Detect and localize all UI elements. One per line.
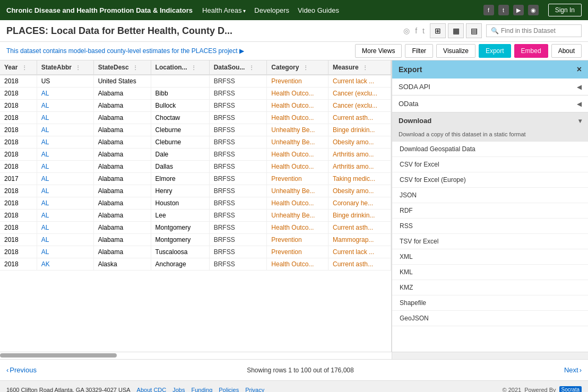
export-option-item[interactable]: CSV for Excel	[392, 157, 588, 172]
export-option-item[interactable]: XML	[392, 249, 588, 265]
footer-privacy[interactable]: Privacy	[245, 387, 264, 393]
data-table-container[interactable]: Year ⋮ StateAbbr ⋮ StateDesc ⋮ Location.…	[0, 60, 392, 352]
col-year[interactable]: Year ⋮	[0, 60, 37, 75]
tab-filter[interactable]: Filter	[405, 44, 433, 58]
horizontal-scrollbar[interactable]	[0, 352, 588, 359]
table-cell: United States	[93, 75, 151, 88]
showing-rows-text: Showing rows 1 to 100 out of 176,008	[37, 367, 564, 374]
export-option-item[interactable]: GeoJSON	[392, 311, 588, 326]
footer-jobs[interactable]: Jobs	[172, 387, 185, 393]
table-cell: BRFSS	[209, 197, 267, 210]
table-cell: Alabama	[93, 149, 151, 161]
table-cell: BRFSS	[209, 112, 267, 124]
table-cell: Unhealthy Be...	[267, 185, 328, 197]
col-statedesc[interactable]: StateDesc ⋮	[93, 60, 151, 75]
next-button[interactable]: Next ›	[564, 366, 582, 374]
table-cell: Prevention	[267, 246, 328, 258]
tab-more-views[interactable]: More Views	[355, 44, 402, 58]
table-cell: Anchorage	[151, 258, 209, 271]
footer-policies[interactable]: Policies	[219, 387, 239, 393]
youtube-icon[interactable]: ▶	[513, 5, 524, 15]
table-cell: 2018	[0, 222, 37, 234]
col-stateabbr[interactable]: StateAbbr ⋮	[37, 60, 93, 75]
share-twitter-icon[interactable]: t	[422, 27, 425, 35]
table-cell: Binge drinkin...	[328, 210, 391, 222]
footer-about-cdc[interactable]: About CDC	[137, 387, 167, 393]
table-cell: AL	[37, 210, 93, 222]
export-option-item[interactable]: KML	[392, 265, 588, 280]
table-cell: Alabama	[93, 210, 151, 222]
download-header[interactable]: Download ▾	[392, 112, 588, 129]
table-cell: Cleburne	[151, 136, 209, 149]
footer-funding[interactable]: Funding	[192, 387, 213, 393]
table-row: 2018ALAlabamaHenryBRFSSUnhealthy Be...Ob…	[0, 185, 391, 197]
list-view-button[interactable]: ▤	[466, 23, 482, 38]
export-close-button[interactable]: ×	[577, 65, 582, 74]
tab-about[interactable]: About	[551, 44, 582, 58]
soda-api-header[interactable]: SODA API ◀	[392, 79, 588, 95]
col-measure[interactable]: Measure ⋮	[328, 60, 391, 75]
search-box: 🔍	[486, 24, 582, 37]
tab-embed[interactable]: Embed	[514, 44, 548, 58]
table-cell: 2018	[0, 185, 37, 197]
sign-in-button[interactable]: Sign In	[548, 4, 582, 16]
grid-view-button[interactable]: ⊞	[430, 23, 446, 38]
table-row: 2018ALAlabamaBullockBRFSSHealth Outco...…	[0, 100, 391, 112]
table-cell: Health Outco...	[267, 161, 328, 173]
table-cell: Current asth...	[328, 258, 391, 271]
table-cell: 2018	[0, 88, 37, 100]
table-cell: 2018	[0, 197, 37, 210]
export-option-item[interactable]: Shapefile	[392, 295, 588, 311]
nav-developers[interactable]: Developers	[254, 6, 289, 14]
col-category[interactable]: Category ⋮	[267, 60, 328, 75]
table-row: 2018ALAlabamaBibbBRFSSHealth Outco...Can…	[0, 88, 391, 100]
export-option-item[interactable]: CSV for Excel (Europe)	[392, 172, 588, 188]
facebook-icon[interactable]: f	[483, 5, 494, 15]
export-option-item[interactable]: TSV for Excel	[392, 234, 588, 249]
table-cell: Alabama	[93, 88, 151, 100]
table-cell: BRFSS	[209, 185, 267, 197]
table-cell: 2018	[0, 149, 37, 161]
nav-links: Health Areas Developers Video Guides	[202, 6, 474, 14]
table-cell: Dale	[151, 149, 209, 161]
table-cell: 2018	[0, 258, 37, 271]
export-option-item[interactable]: RSS	[392, 219, 588, 234]
instagram-icon[interactable]: ◉	[528, 5, 539, 15]
twitter-icon[interactable]: t	[498, 5, 509, 15]
table-cell: Elmore	[151, 173, 209, 185]
table-row: 2018USUnited StatesBRFSSPreventionCurren…	[0, 75, 391, 88]
socrata-logo: Socrata	[559, 386, 582, 392]
card-view-button[interactable]: ▦	[448, 23, 464, 38]
export-option-item[interactable]: KMZ	[392, 280, 588, 295]
col-datasource[interactable]: DataSou... ⋮	[209, 60, 267, 75]
table-cell: 2018	[0, 136, 37, 149]
export-panel-header: Export ×	[392, 60, 588, 79]
share-facebook-icon[interactable]: f	[415, 27, 417, 35]
table-cell: BRFSS	[209, 161, 267, 173]
col-location[interactable]: Location... ⋮	[151, 60, 209, 75]
tab-export[interactable]: Export	[479, 44, 511, 58]
table-cell: AL	[37, 246, 93, 258]
table-cell: AL	[37, 234, 93, 246]
search-input[interactable]	[501, 27, 581, 34]
tab-visualize[interactable]: Visualize	[436, 44, 475, 58]
previous-button[interactable]: ‹ Previous	[6, 366, 37, 374]
table-cell: BRFSS	[209, 124, 267, 136]
site-title: Chronic Disease and Health Promotion Dat…	[6, 6, 193, 14]
table-cell: Unhealthy Be...	[267, 124, 328, 136]
odata-header[interactable]: OData ◀	[392, 95, 588, 112]
export-option-item[interactable]: RDF	[392, 203, 588, 219]
export-option-item[interactable]: Download Geospatial Data	[392, 142, 588, 157]
dataset-description: This dataset contains model-based county…	[6, 47, 352, 55]
table-cell: Taking medic...	[328, 173, 391, 185]
table-cell: 2018	[0, 234, 37, 246]
table-cell: BRFSS	[209, 100, 267, 112]
rss-icon[interactable]: ◎	[403, 27, 410, 35]
table-cell: Arthritis amo...	[328, 149, 391, 161]
nav-health-areas[interactable]: Health Areas	[202, 6, 246, 14]
desc-expand-link[interactable]: ▶	[239, 47, 244, 55]
footer-address: 1600 Clifton Road Atlanta, GA 30329-4027…	[6, 387, 131, 393]
nav-video-guides[interactable]: Video Guides	[298, 6, 339, 14]
export-option-item[interactable]: JSON	[392, 188, 588, 203]
table-cell: Dallas	[151, 161, 209, 173]
